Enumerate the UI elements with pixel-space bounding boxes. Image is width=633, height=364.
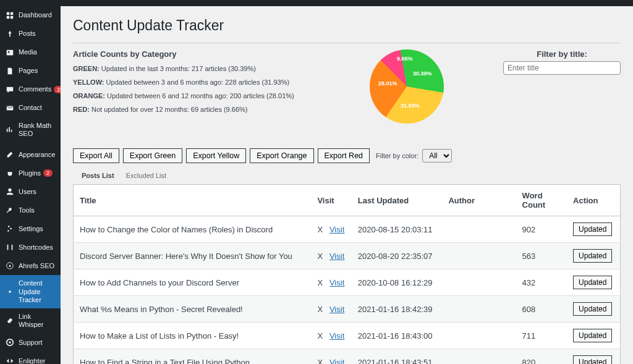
th-last-updated[interactable]: Last Updated	[352, 185, 443, 216]
svg-rect-3	[11, 16, 13, 19]
tab-excluded-list[interactable]: Excluded List	[121, 169, 171, 182]
cell-visit: X Visit	[311, 243, 351, 269]
cell-date: 2020-08-20 22:35:07	[352, 243, 443, 269]
pie-chart: 30.39%31.93%28.01%9.66%	[339, 49, 475, 136]
legend-green: GREEN: Updated in the last 3 months: 217…	[73, 65, 320, 72]
visit-link[interactable]: Visit	[329, 225, 344, 234]
sidebar-badge: 254	[54, 86, 61, 93]
mail-icon	[5, 103, 15, 113]
sidebar-item-label: Content Update Tracker	[19, 279, 56, 304]
cell-action: Updated	[567, 323, 620, 349]
page-icon	[5, 66, 15, 76]
table-row: Discord Server Banner: Here's Why It Doe…	[74, 243, 621, 269]
sidebar-item-label: Contact	[19, 104, 42, 112]
visit-link[interactable]: Visit	[329, 252, 344, 261]
svg-point-8	[8, 226, 10, 228]
sidebar-item-label: Enlighter	[19, 357, 45, 364]
cell-wordcount: 432	[516, 269, 567, 296]
sidebar-item-tools[interactable]: Tools	[0, 201, 61, 219]
sidebar-item-comments[interactable]: Comments254	[0, 80, 61, 99]
tab-posts-list[interactable]: Posts List	[77, 169, 119, 182]
life-icon	[5, 337, 15, 347]
updated-button[interactable]: Updated	[573, 222, 612, 236]
sidebar-item-label: Settings	[19, 225, 43, 233]
legend-block: Article Counts by Category GREEN: Update…	[73, 49, 320, 119]
sidebar-item-content-update-tracker[interactable]: Content Update Tracker	[0, 275, 61, 308]
th-author[interactable]: Author	[442, 185, 516, 216]
sidebar-item-label: Shortcodes	[19, 243, 53, 252]
cell-visit: X Visit	[311, 269, 351, 296]
pie-slice-label: 28.01%	[378, 80, 397, 87]
export-green-button[interactable]: Export Green	[123, 148, 182, 163]
sidebar-item-link-whisper[interactable]: Link Whisper	[0, 308, 61, 333]
filter-title-input[interactable]	[503, 61, 621, 75]
visit-link[interactable]: Visit	[329, 331, 344, 341]
admin-sidebar: DashboardPostsMediaPagesComments254Conta…	[0, 6, 61, 364]
cell-action: Updated	[567, 269, 620, 296]
cell-author	[442, 296, 516, 323]
sidebar-item-label: Pages	[19, 67, 38, 75]
sidebar-item-posts[interactable]: Posts	[0, 25, 61, 43]
table-row: How to Add Channels to your Discord Serv…	[74, 269, 621, 296]
cell-author	[442, 323, 516, 349]
export-all-button[interactable]: Export All	[73, 148, 119, 163]
sidebar-item-rank-math-seo[interactable]: Rank Math SEO	[0, 117, 61, 142]
sidebar-item-plugins[interactable]: Plugins2	[0, 164, 61, 182]
th-title[interactable]: Title	[74, 185, 312, 216]
sidebar-item-label: Rank Math SEO	[19, 122, 56, 138]
updated-button[interactable]: Updated	[573, 302, 612, 316]
export-red-button[interactable]: Export Red	[318, 148, 370, 163]
cell-date: 2021-01-16 18:43:00	[352, 323, 443, 349]
cell-title: How to Change the Color of Names (Roles)…	[74, 216, 312, 243]
sidebar-item-dashboard[interactable]: Dashboard	[0, 6, 61, 25]
table-row: How to Change the Color of Names (Roles)…	[74, 216, 621, 243]
sidebar-item-ahrefs-seo[interactable]: Ahrefs SEO	[0, 256, 61, 275]
sidebar-item-users[interactable]: Users	[0, 182, 61, 201]
th-word-count[interactable]: Word Count	[516, 185, 567, 216]
cell-date: 2021-01-16 18:43:51	[352, 349, 443, 365]
user-icon	[5, 187, 15, 197]
th-visit[interactable]: Visit	[311, 185, 351, 216]
visit-link[interactable]: Visit	[329, 278, 344, 287]
table-row: How to Find a String in a Text File Usin…	[74, 349, 621, 365]
wp-admin-bar[interactable]	[0, 0, 633, 6]
sidebar-item-media[interactable]: Media	[0, 43, 61, 62]
sidebar-item-label: Users	[19, 188, 36, 196]
dashboard-icon	[5, 11, 15, 20]
sidebar-item-label: Link Whisper	[19, 313, 56, 329]
updated-button[interactable]: Updated	[573, 249, 612, 263]
pin-icon	[5, 29, 15, 39]
sidebar-item-label: Plugins	[19, 169, 41, 177]
cell-wordcount: 711	[516, 323, 567, 349]
cell-date: 2020-10-08 16:12:29	[352, 269, 443, 296]
updated-button[interactable]: Updated	[573, 276, 612, 289]
cell-action: Updated	[567, 216, 620, 243]
sidebar-item-pages[interactable]: Pages	[0, 62, 61, 80]
sidebar-item-appearance[interactable]: Appearance	[0, 145, 61, 164]
ahrefs-icon	[5, 261, 15, 271]
code-icon	[5, 356, 15, 364]
link-icon	[5, 316, 15, 326]
updated-button[interactable]: Updated	[573, 329, 612, 342]
svg-point-9	[10, 228, 12, 230]
sidebar-item-label: Support	[19, 339, 43, 347]
cell-title: How to Make a List of Lists in Python - …	[74, 323, 312, 349]
updated-button[interactable]: Updated	[573, 355, 612, 364]
table-row: What %s Means in Python - Secret Reveale…	[74, 296, 621, 323]
cell-wordcount: 820	[516, 349, 567, 365]
cell-title: What %s Means in Python - Secret Reveale…	[74, 296, 312, 323]
comment-icon	[5, 85, 15, 95]
sidebar-item-support[interactable]: Support	[0, 333, 61, 352]
visit-link[interactable]: Visit	[329, 358, 344, 365]
sidebar-item-shortcodes[interactable]: Shortcodes	[0, 238, 61, 256]
sidebar-item-contact[interactable]: Contact	[0, 99, 61, 117]
sidebar-item-settings[interactable]: Settings	[0, 219, 61, 238]
filter-color-select[interactable]: All	[422, 149, 452, 163]
th-action[interactable]: Action	[567, 185, 620, 216]
posts-table: Title Visit Last Updated Author Word Cou…	[73, 184, 621, 364]
legend-yellow: YELLOW: Updated between 3 and 6 months a…	[73, 78, 320, 86]
sidebar-item-enlighter[interactable]: Enlighter	[0, 352, 61, 364]
export-yellow-button[interactable]: Export Yellow	[186, 148, 246, 163]
visit-link[interactable]: Visit	[329, 305, 344, 314]
export-orange-button[interactable]: Export Orange	[250, 148, 313, 163]
